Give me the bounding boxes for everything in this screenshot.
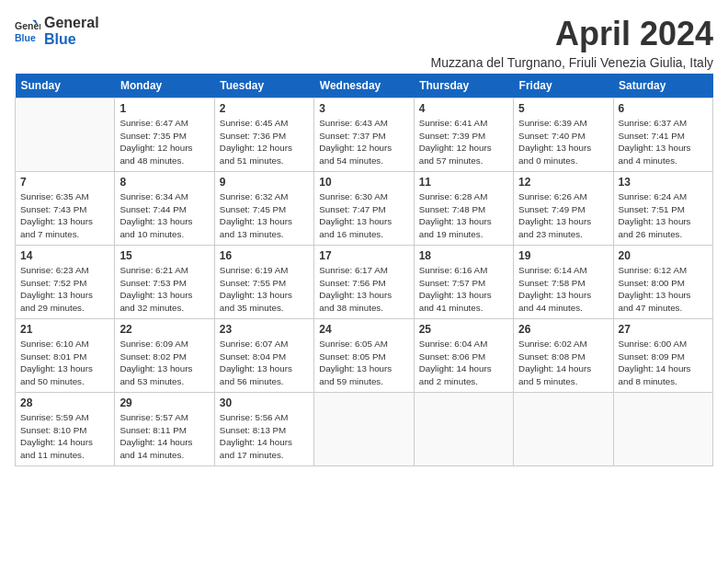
col-saturday: Saturday [613, 74, 712, 98]
day-cell: 9Sunrise: 6:32 AMSunset: 7:45 PMDaylight… [214, 172, 313, 246]
logo-general-text: General [44, 15, 99, 31]
day-number: 15 [119, 249, 209, 262]
day-cell [613, 393, 712, 466]
day-info: Sunrise: 6:04 AMSunset: 8:06 PMDaylight:… [419, 338, 508, 388]
day-number: 23 [220, 323, 309, 336]
day-number: 2 [220, 102, 309, 115]
week-row-2: 7Sunrise: 6:35 AMSunset: 7:43 PMDaylight… [16, 172, 713, 246]
day-number: 4 [419, 102, 508, 115]
day-info: Sunrise: 6:14 AMSunset: 7:58 PMDaylight:… [518, 264, 608, 315]
day-cell: 16Sunrise: 6:19 AMSunset: 7:55 PMDayligh… [214, 246, 313, 319]
day-cell: 5Sunrise: 6:39 AMSunset: 7:40 PMDaylight… [514, 98, 613, 172]
day-cell: 8Sunrise: 6:34 AMSunset: 7:44 PMDaylight… [115, 172, 214, 246]
day-info: Sunrise: 5:56 AMSunset: 8:13 PMDaylight:… [220, 411, 309, 462]
col-wednesday: Wednesday [314, 74, 414, 98]
day-number: 3 [319, 102, 408, 115]
day-number: 5 [518, 102, 608, 115]
day-cell: 29Sunrise: 5:57 AMSunset: 8:11 PMDayligh… [115, 393, 214, 466]
col-friday: Friday [514, 74, 613, 98]
day-number: 19 [518, 249, 608, 262]
day-info: Sunrise: 6:35 AMSunset: 7:43 PMDaylight:… [20, 190, 109, 241]
day-cell: 14Sunrise: 6:23 AMSunset: 7:52 PMDayligh… [16, 246, 115, 319]
day-info: Sunrise: 6:41 AMSunset: 7:39 PMDaylight:… [419, 117, 508, 167]
day-info: Sunrise: 6:43 AMSunset: 7:37 PMDaylight:… [319, 117, 408, 167]
day-cell: 27Sunrise: 6:00 AMSunset: 8:09 PMDayligh… [613, 319, 712, 393]
day-number: 20 [619, 249, 708, 262]
day-cell: 24Sunrise: 6:05 AMSunset: 8:05 PMDayligh… [314, 319, 414, 393]
day-info: Sunrise: 6:17 AMSunset: 7:56 PMDaylight:… [319, 264, 408, 315]
month-title: April 2024 [431, 15, 713, 53]
logo-icon: General Blue [15, 18, 40, 44]
day-info: Sunrise: 6:45 AMSunset: 7:36 PMDaylight:… [220, 117, 309, 167]
day-info: Sunrise: 6:02 AMSunset: 8:08 PMDaylight:… [518, 338, 608, 388]
day-cell: 2Sunrise: 6:45 AMSunset: 7:36 PMDaylight… [214, 98, 313, 172]
day-number: 21 [20, 323, 109, 336]
day-cell: 25Sunrise: 6:04 AMSunset: 8:06 PMDayligh… [414, 319, 513, 393]
day-number: 7 [20, 176, 109, 189]
day-number: 30 [220, 396, 309, 409]
day-info: Sunrise: 6:00 AMSunset: 8:09 PMDaylight:… [619, 338, 708, 388]
day-info: Sunrise: 5:57 AMSunset: 8:11 PMDaylight:… [119, 411, 209, 462]
day-number: 27 [619, 323, 708, 336]
day-info: Sunrise: 6:28 AMSunset: 7:48 PMDaylight:… [419, 190, 508, 241]
day-number: 14 [20, 249, 109, 262]
day-info: Sunrise: 6:34 AMSunset: 7:44 PMDaylight:… [119, 190, 209, 241]
day-cell [314, 393, 414, 466]
day-cell: 7Sunrise: 6:35 AMSunset: 7:43 PMDaylight… [16, 172, 115, 246]
day-number: 17 [319, 249, 408, 262]
day-cell: 30Sunrise: 5:56 AMSunset: 8:13 PMDayligh… [214, 393, 313, 466]
day-info: Sunrise: 6:39 AMSunset: 7:40 PMDaylight:… [518, 117, 608, 167]
col-tuesday: Tuesday [214, 74, 313, 98]
day-number: 1 [119, 102, 209, 115]
col-monday: Monday [115, 74, 214, 98]
day-number: 25 [419, 323, 508, 336]
day-cell: 6Sunrise: 6:37 AMSunset: 7:41 PMDaylight… [613, 98, 712, 172]
day-cell: 28Sunrise: 5:59 AMSunset: 8:10 PMDayligh… [16, 393, 115, 466]
day-cell: 13Sunrise: 6:24 AMSunset: 7:51 PMDayligh… [613, 172, 712, 246]
day-cell: 20Sunrise: 6:12 AMSunset: 8:00 PMDayligh… [613, 246, 712, 319]
day-number: 9 [220, 176, 309, 189]
day-info: Sunrise: 6:32 AMSunset: 7:45 PMDaylight:… [220, 190, 309, 241]
day-cell: 10Sunrise: 6:30 AMSunset: 7:47 PMDayligh… [314, 172, 414, 246]
day-cell [414, 393, 513, 466]
day-info: Sunrise: 6:12 AMSunset: 8:00 PMDaylight:… [619, 264, 708, 315]
day-number: 22 [119, 323, 209, 336]
day-info: Sunrise: 6:23 AMSunset: 7:52 PMDaylight:… [20, 264, 109, 315]
day-info: Sunrise: 6:37 AMSunset: 7:41 PMDaylight:… [619, 117, 708, 167]
day-cell: 19Sunrise: 6:14 AMSunset: 7:58 PMDayligh… [514, 246, 613, 319]
col-thursday: Thursday [414, 74, 513, 98]
day-number: 26 [518, 323, 608, 336]
day-cell: 21Sunrise: 6:10 AMSunset: 8:01 PMDayligh… [16, 319, 115, 393]
day-number: 18 [419, 249, 508, 262]
subtitle: Muzzana del Turgnano, Friuli Venezia Giu… [431, 55, 713, 70]
day-info: Sunrise: 6:09 AMSunset: 8:02 PMDaylight:… [119, 338, 209, 388]
week-row-5: 28Sunrise: 5:59 AMSunset: 8:10 PMDayligh… [16, 393, 713, 466]
day-number: 12 [518, 176, 608, 189]
day-cell: 22Sunrise: 6:09 AMSunset: 8:02 PMDayligh… [115, 319, 214, 393]
day-info: Sunrise: 6:47 AMSunset: 7:35 PMDaylight:… [119, 117, 209, 167]
day-info: Sunrise: 5:59 AMSunset: 8:10 PMDaylight:… [20, 411, 109, 462]
week-row-1: 1Sunrise: 6:47 AMSunset: 7:35 PMDaylight… [16, 98, 713, 172]
header-row: SundayMondayTuesdayWednesdayThursdayFrid… [16, 74, 713, 98]
title-block: April 2024 Muzzana del Turgnano, Friuli … [431, 15, 713, 70]
day-number: 16 [220, 249, 309, 262]
day-cell: 26Sunrise: 6:02 AMSunset: 8:08 PMDayligh… [514, 319, 613, 393]
day-cell: 4Sunrise: 6:41 AMSunset: 7:39 PMDaylight… [414, 98, 513, 172]
page-header: General Blue General Blue April 2024 Muz… [15, 15, 713, 70]
day-cell: 3Sunrise: 6:43 AMSunset: 7:37 PMDaylight… [314, 98, 414, 172]
day-number: 13 [619, 176, 708, 189]
day-cell: 23Sunrise: 6:07 AMSunset: 8:04 PMDayligh… [214, 319, 313, 393]
day-cell: 18Sunrise: 6:16 AMSunset: 7:57 PMDayligh… [414, 246, 513, 319]
day-info: Sunrise: 6:10 AMSunset: 8:01 PMDaylight:… [20, 338, 109, 388]
day-cell [514, 393, 613, 466]
day-info: Sunrise: 6:30 AMSunset: 7:47 PMDaylight:… [319, 190, 408, 241]
day-cell: 11Sunrise: 6:28 AMSunset: 7:48 PMDayligh… [414, 172, 513, 246]
day-info: Sunrise: 6:21 AMSunset: 7:53 PMDaylight:… [119, 264, 209, 315]
logo: General Blue General Blue [15, 15, 99, 47]
week-row-3: 14Sunrise: 6:23 AMSunset: 7:52 PMDayligh… [16, 246, 713, 319]
day-number: 29 [119, 396, 209, 409]
day-number: 24 [319, 323, 408, 336]
svg-text:Blue: Blue [15, 31, 36, 42]
day-cell [16, 98, 115, 172]
week-row-4: 21Sunrise: 6:10 AMSunset: 8:01 PMDayligh… [16, 319, 713, 393]
